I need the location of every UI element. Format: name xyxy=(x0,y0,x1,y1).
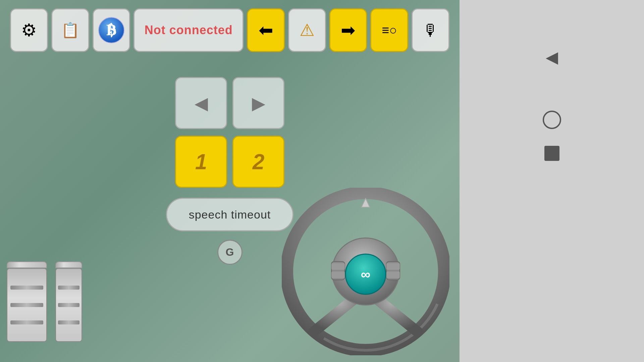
mic-button[interactable]: 🎙 xyxy=(412,8,449,52)
sidebar-right: ◀ xyxy=(460,0,644,362)
g-button[interactable]: G xyxy=(217,240,243,265)
svg-rect-11 xyxy=(331,263,345,270)
svg-rect-14 xyxy=(386,263,400,270)
warning-button[interactable]: ⚠ xyxy=(288,8,326,52)
chevron-right-icon: ▶ xyxy=(252,93,265,113)
pedals-area xyxy=(7,261,82,342)
nav-right-button[interactable]: ▶ xyxy=(232,77,284,129)
pedal-top-left xyxy=(7,261,47,268)
gas-pedal xyxy=(55,261,82,342)
g-label: G xyxy=(226,246,234,258)
speech-timeout-label: speech timeout xyxy=(189,208,271,221)
document-icon: 📋 xyxy=(61,21,79,39)
chevron-left-icon: ◀ xyxy=(195,93,208,113)
right-arrow-icon: ➡ xyxy=(341,20,356,40)
bluetooth-icon: B xyxy=(98,17,125,44)
steering-wheel-svg: ∞ xyxy=(282,188,449,355)
toolbar: ⚙ 📋 B xyxy=(0,0,460,57)
connection-status: Not connected xyxy=(133,8,244,52)
left-turn-button[interactable]: ⬅ xyxy=(247,8,285,52)
nav-left-button[interactable]: ◀ xyxy=(175,77,227,129)
pedal-body-right xyxy=(55,268,82,342)
document-button[interactable]: 📋 xyxy=(51,8,89,52)
svg-rect-15 xyxy=(386,272,400,278)
right-turn-button[interactable]: ➡ xyxy=(329,8,367,52)
num-1-label: 1 xyxy=(195,149,207,174)
num-2-button[interactable]: 2 xyxy=(232,136,284,188)
bluetooth-button[interactable]: B xyxy=(93,8,130,52)
warning-icon: ⚠ xyxy=(300,20,315,40)
svg-rect-12 xyxy=(331,272,345,278)
main-area: ⚙ 📋 B xyxy=(0,0,460,362)
status-text: Not connected xyxy=(145,23,233,37)
headlights-button[interactable]: ≡○ xyxy=(370,8,408,52)
microphone-icon: 🎙 xyxy=(423,21,439,40)
speech-timeout-button[interactable]: speech timeout xyxy=(166,198,293,231)
pedal-top-right xyxy=(55,261,82,268)
gear-icon: ⚙ xyxy=(21,20,37,40)
num-2-label: 2 xyxy=(253,149,265,174)
sidebar-collapse-button[interactable]: ◀ xyxy=(542,44,562,70)
settings-button[interactable]: ⚙ xyxy=(10,8,48,52)
sidebar-square-button[interactable] xyxy=(544,146,559,161)
num-1-button[interactable]: 1 xyxy=(175,136,227,188)
sidebar-arrow-icon: ◀ xyxy=(546,48,558,66)
headlights-icon: ≡○ xyxy=(382,23,397,38)
brake-pedal xyxy=(7,261,47,342)
sidebar-circle-button[interactable] xyxy=(543,111,561,129)
pedal-body-left xyxy=(7,268,47,342)
svg-text:∞: ∞ xyxy=(361,267,371,282)
steering-wheel: ∞ xyxy=(282,188,449,355)
left-arrow-icon: ⬅ xyxy=(259,20,273,40)
num-buttons: 1 2 xyxy=(175,136,284,188)
nav-arrows: ◀ ▶ xyxy=(175,77,284,129)
